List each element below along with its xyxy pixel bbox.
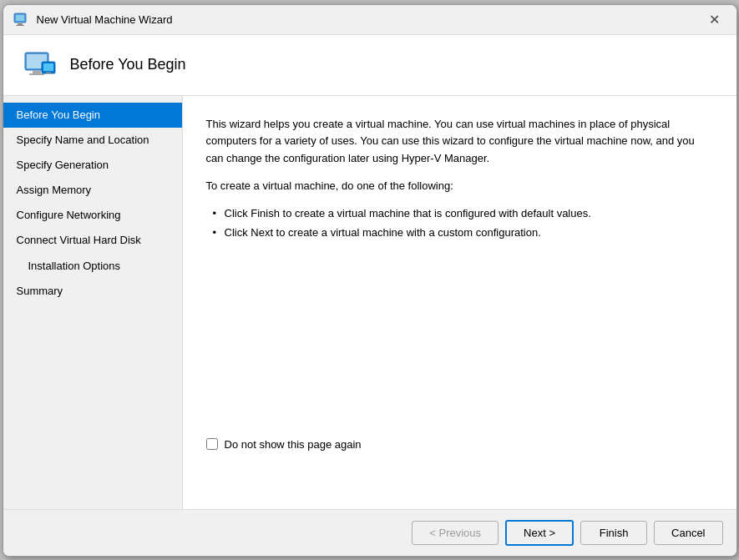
svg-rect-7 xyxy=(29,73,44,75)
finish-button[interactable]: Finish xyxy=(580,521,647,545)
header-icon xyxy=(23,48,57,82)
main-description: This wizard helps you create a virtual m… xyxy=(206,116,713,241)
content-area: Before You Begin Specify Name and Locati… xyxy=(3,96,736,509)
bullet-2: Click Next to create a virtual machine w… xyxy=(213,225,713,241)
sidebar-item-assign-memory[interactable]: Assign Memory xyxy=(3,178,182,203)
dont-show-checkbox[interactable] xyxy=(206,438,218,450)
wizard-window: New Virtual Machine Wizard ✕ Before You … xyxy=(3,4,737,557)
sidebar-item-specify-name-location[interactable]: Specify Name and Location xyxy=(3,128,182,153)
wizard-footer: < Previous Next > Finish Cancel xyxy=(3,509,736,556)
window-title: New Virtual Machine Wizard xyxy=(37,13,703,26)
cancel-button[interactable]: Cancel xyxy=(654,521,722,545)
paragraph-2: To create a virtual machine, do one of t… xyxy=(206,178,713,195)
sidebar-item-installation-options[interactable]: Installation Options xyxy=(3,254,182,279)
close-button[interactable]: ✕ xyxy=(703,8,726,31)
sidebar-item-connect-virtual-hard-disk[interactable]: Connect Virtual Hard Disk xyxy=(3,228,182,253)
sidebar-item-specify-generation[interactable]: Specify Generation xyxy=(3,153,182,178)
previous-button[interactable]: < Previous xyxy=(412,521,499,545)
svg-rect-2 xyxy=(18,23,23,25)
svg-rect-10 xyxy=(46,72,51,73)
window-icon xyxy=(13,11,30,28)
svg-rect-9 xyxy=(43,63,53,71)
sidebar-item-configure-networking[interactable]: Configure Networking xyxy=(3,203,182,228)
sidebar-item-summary[interactable]: Summary xyxy=(3,279,182,304)
wizard-header: Before You Begin xyxy=(3,35,736,96)
header-title: Before You Begin xyxy=(70,56,186,73)
main-content: This wizard helps you create a virtual m… xyxy=(183,96,736,509)
bullet-1: Click Finish to create a virtual machine… xyxy=(213,205,713,222)
svg-rect-3 xyxy=(16,25,24,26)
svg-rect-1 xyxy=(16,15,24,21)
checkbox-area: Do not show this page again xyxy=(206,425,713,451)
svg-rect-6 xyxy=(33,71,41,73)
paragraph-1: This wizard helps you create a virtual m… xyxy=(206,116,713,168)
sidebar: Before You Begin Specify Name and Locati… xyxy=(3,96,183,509)
next-button[interactable]: Next > xyxy=(505,520,574,546)
sidebar-item-before-you-begin[interactable]: Before You Begin xyxy=(3,103,182,128)
bullet-list: Click Finish to create a virtual machine… xyxy=(206,205,713,241)
dont-show-label[interactable]: Do not show this page again xyxy=(225,438,362,451)
title-bar: New Virtual Machine Wizard ✕ xyxy=(3,5,736,35)
